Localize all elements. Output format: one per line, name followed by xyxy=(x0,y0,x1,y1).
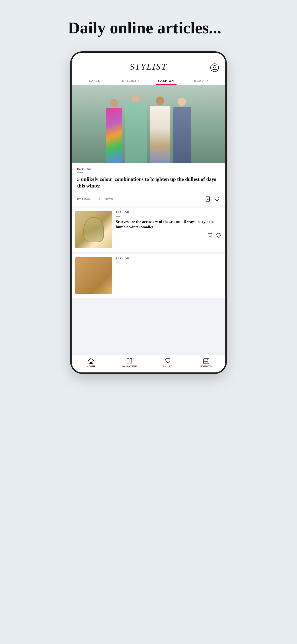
nav-tabs: LATEST STYLIST + FASHION BEAUTY xyxy=(78,76,219,85)
hero-article-meta: BY FRANCESCA BROWN xyxy=(77,193,220,202)
card-2-heart-icon[interactable] xyxy=(216,233,222,238)
profile-icon[interactable] xyxy=(210,63,219,72)
hero-category-divider xyxy=(77,172,83,173)
body-4 xyxy=(173,107,191,163)
figure-2 xyxy=(123,85,148,163)
card-2-title[interactable]: Scarves are the accessory of the season … xyxy=(116,219,222,230)
nav-saved[interactable]: SAVED xyxy=(148,358,187,368)
figure-3 xyxy=(148,85,172,163)
head-3 xyxy=(156,96,164,105)
card-3-category: FASHION xyxy=(116,257,222,260)
events-icon xyxy=(203,358,210,364)
scarf-image xyxy=(75,211,112,248)
card-2-bookmark-icon[interactable] xyxy=(207,233,213,238)
svg-point-1 xyxy=(213,66,216,68)
svg-rect-11 xyxy=(206,361,207,362)
tab-fashion[interactable]: FASHION xyxy=(148,76,184,85)
app-content: FASHION 5 unlikely colour combinations t… xyxy=(72,85,226,355)
tab-latest[interactable]: LATEST xyxy=(78,76,113,85)
article-card-3: FASHION xyxy=(72,254,226,298)
tab-beauty[interactable]: BEAUTY xyxy=(184,76,219,85)
head-1 xyxy=(110,99,118,107)
saved-icon xyxy=(164,358,171,364)
svg-rect-10 xyxy=(204,361,206,362)
hero-category: FASHION xyxy=(77,168,220,171)
nav-saved-label: SAVED xyxy=(163,365,172,368)
scarf-detail xyxy=(83,217,104,242)
magazine-icon xyxy=(126,358,133,364)
body-1 xyxy=(106,108,122,163)
home-icon xyxy=(88,358,94,364)
nav-events-label: EVENTS xyxy=(200,365,212,368)
nav-magazine[interactable]: MAGAZINE xyxy=(110,358,148,368)
hero-article-actions xyxy=(205,196,220,202)
nav-home-label: HOME xyxy=(86,365,95,368)
article-card-2: FASHION Scarves are the accessory of the… xyxy=(72,208,226,252)
head-4 xyxy=(178,98,186,106)
head-2 xyxy=(132,94,140,102)
nav-events[interactable]: EVENTS xyxy=(187,358,226,368)
hero-image xyxy=(72,85,226,163)
heart-icon[interactable] xyxy=(214,196,220,202)
tab-stylist-plus[interactable]: STYLIST + xyxy=(113,76,148,85)
card-2-actions xyxy=(116,233,222,238)
hero-article-body: FASHION 5 unlikely colour combinations t… xyxy=(72,163,226,206)
body-3 xyxy=(150,106,170,163)
nav-home[interactable]: HOME xyxy=(72,358,110,368)
bottom-nav: HOME MAGAZINE SAVED xyxy=(72,355,226,372)
figure-1 xyxy=(105,85,123,163)
svg-rect-5 xyxy=(90,362,92,364)
card-content-2: FASHION Scarves are the accessory of the… xyxy=(116,211,222,238)
nav-magazine-label: MAGAZINE xyxy=(122,365,137,368)
body-2 xyxy=(125,104,147,163)
app-header: STYLIST LATEST STYLIST + FASHION BEAUTY xyxy=(72,53,226,85)
bookmark-icon[interactable] xyxy=(205,196,211,202)
hero-article: FASHION 5 unlikely colour combinations t… xyxy=(72,85,226,206)
figure-4 xyxy=(172,85,192,163)
third-image xyxy=(75,257,112,294)
app-logo: STYLIST xyxy=(130,62,167,72)
logo-row: STYLIST xyxy=(78,59,219,76)
hero-article-title[interactable]: 5 unlikely colour combinations to bright… xyxy=(77,176,220,189)
svg-rect-12 xyxy=(207,361,208,362)
card-3-divider xyxy=(116,262,120,263)
street-style-scene xyxy=(72,85,226,163)
card-2-category: FASHION xyxy=(116,211,222,214)
hero-article-author: BY FRANCESCA BROWN xyxy=(77,198,113,200)
card-image-2 xyxy=(75,211,112,248)
card-content-3: FASHION xyxy=(116,257,222,265)
phone-frame: STYLIST LATEST STYLIST + FASHION BEAUTY xyxy=(70,51,227,374)
page-title: Daily online articles... xyxy=(68,18,229,38)
card-image-3 xyxy=(75,257,112,294)
card-2-divider xyxy=(116,216,120,217)
